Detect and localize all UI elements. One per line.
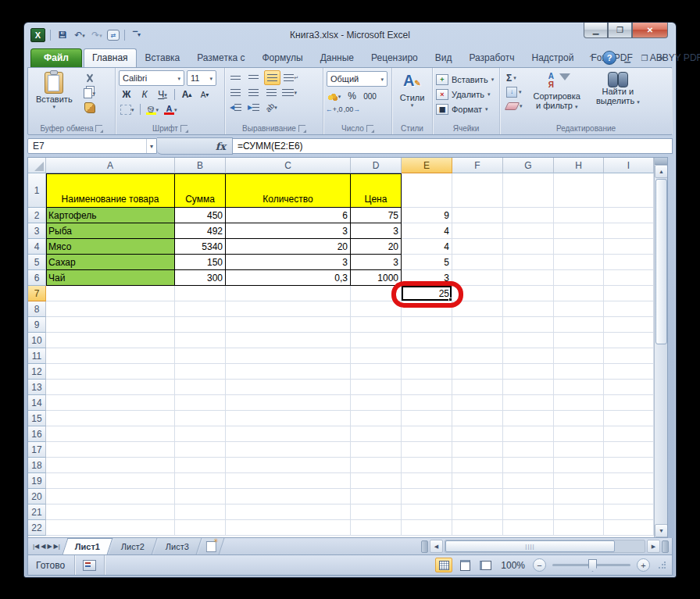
formula-input[interactable]: =СУММ(E2:E6) [233, 138, 673, 154]
cell-D18[interactable] [351, 458, 402, 473]
cell-G9[interactable] [503, 317, 554, 333]
cell-H7[interactable] [554, 286, 604, 301]
cell-F1[interactable] [452, 173, 503, 208]
cell-G7[interactable] [503, 286, 554, 301]
cell-B6[interactable]: 300 [175, 270, 226, 286]
cell-E1[interactable] [402, 173, 452, 208]
column-header-C[interactable]: C [226, 158, 351, 173]
cell-I17[interactable] [604, 442, 654, 458]
wrap-text-button[interactable]: ↵ [284, 71, 298, 84]
cell-G17[interactable] [503, 442, 554, 458]
cell-A12[interactable] [46, 364, 175, 380]
percent-button[interactable]: % [345, 90, 359, 103]
cell-F21[interactable] [452, 505, 503, 520]
cell-I22[interactable] [604, 520, 654, 536]
minimize-button[interactable]: ▁ [584, 23, 608, 38]
cell-E4[interactable]: 4 [402, 239, 452, 255]
cell-H14[interactable] [554, 395, 604, 411]
cell-B15[interactable] [175, 411, 226, 426]
cell-D4[interactable]: 20 [351, 239, 402, 255]
dialog-launcher-icon[interactable] [180, 125, 188, 132]
cell-A8[interactable] [46, 301, 175, 317]
increase-decimal-button[interactable]: ←+,0 [327, 103, 341, 116]
cell-G5[interactable] [503, 255, 554, 270]
cell-D13[interactable] [351, 380, 402, 395]
cell-B17[interactable] [175, 442, 226, 458]
select-all-corner[interactable] [28, 158, 46, 173]
row-header-15[interactable]: 15 [28, 411, 46, 426]
row-header-20[interactable]: 20 [28, 489, 46, 505]
form-tool-icon[interactable]: ⇄ [107, 30, 120, 41]
cell-C17[interactable] [226, 442, 351, 458]
cell-H6[interactable] [554, 270, 604, 286]
row-header-21[interactable]: 21 [28, 505, 46, 520]
excel-logo-icon[interactable]: X [30, 28, 45, 42]
cell-C14[interactable] [226, 395, 351, 411]
cell-G3[interactable] [503, 223, 554, 239]
cell-E8[interactable] [402, 301, 452, 317]
cell-G4[interactable] [503, 239, 554, 255]
tab-формулы[interactable]: Формулы [253, 48, 311, 67]
cell-E9[interactable] [402, 317, 452, 333]
cell-A11[interactable] [46, 348, 175, 364]
cell-H1[interactable] [554, 173, 604, 208]
cell-C6[interactable]: 0,3 [226, 270, 351, 286]
row-header-8[interactable]: 8 [28, 301, 46, 317]
cell-C10[interactable] [226, 333, 351, 348]
align-top-button[interactable] [228, 71, 243, 84]
cell-C15[interactable] [226, 411, 351, 426]
last-sheet-icon[interactable]: ▶| [54, 543, 60, 550]
font-size-select[interactable]: 11▾ [187, 70, 216, 86]
cell-B14[interactable] [175, 395, 226, 411]
cell-G12[interactable] [503, 364, 554, 380]
cell-D15[interactable] [351, 411, 402, 426]
cell-I1[interactable] [604, 173, 654, 208]
cell-G21[interactable] [503, 505, 554, 520]
tab-данные[interactable]: Данные [312, 48, 362, 67]
tab-разметка-с[interactable]: Разметка с [188, 48, 253, 67]
cell-G16[interactable] [503, 426, 554, 442]
cell-A7[interactable] [46, 286, 175, 301]
cell-I7[interactable] [604, 286, 654, 301]
row-header-13[interactable]: 13 [28, 380, 46, 395]
cell-H19[interactable] [554, 473, 604, 489]
workbook-restore-icon[interactable]: ❐ [638, 54, 651, 62]
save-icon[interactable]: 💾︎ [55, 29, 70, 42]
cell-I8[interactable] [604, 301, 654, 317]
cell-E5[interactable]: 5 [402, 255, 452, 270]
cell-I12[interactable] [604, 364, 654, 380]
cell-I15[interactable] [604, 411, 654, 426]
cell-B7[interactable] [175, 286, 226, 301]
cell-D9[interactable] [351, 317, 402, 333]
cell-F15[interactable] [452, 411, 503, 426]
cell-H15[interactable] [554, 411, 604, 426]
workbook-close-icon[interactable]: ✕ [655, 54, 668, 62]
cell-B1[interactable]: Сумма [175, 173, 226, 208]
page-layout-view-button[interactable] [457, 558, 473, 572]
cell-G14[interactable] [503, 395, 554, 411]
cell-G11[interactable] [503, 348, 554, 364]
cell-D22[interactable] [351, 520, 402, 536]
column-header-D[interactable]: D [351, 158, 402, 173]
cell-B19[interactable] [175, 473, 226, 489]
restore-button[interactable]: ❐ [608, 23, 632, 38]
borders-button[interactable]: ▾ [119, 103, 136, 116]
cell-I10[interactable] [604, 333, 654, 348]
cell-D11[interactable] [351, 348, 402, 364]
cell-A9[interactable] [46, 317, 175, 333]
cell-B11[interactable] [175, 348, 226, 364]
cell-B13[interactable] [175, 380, 226, 395]
cell-I20[interactable] [604, 489, 654, 505]
cell-C13[interactable] [226, 380, 351, 395]
dialog-launcher-icon[interactable] [366, 125, 373, 132]
cell-F4[interactable] [452, 239, 503, 255]
cell-B2[interactable]: 450 [175, 208, 226, 223]
tab-разработч[interactable]: Разработч [460, 48, 523, 67]
decrease-indent-button[interactable]: ◀ [228, 101, 243, 114]
cell-E17[interactable] [402, 442, 452, 458]
bold-button[interactable]: Ж [119, 88, 134, 101]
scroll-right-icon[interactable]: ▶ [647, 540, 660, 553]
cut-button[interactable] [82, 72, 98, 84]
cell-B9[interactable] [175, 317, 226, 333]
cell-B8[interactable] [175, 301, 226, 317]
